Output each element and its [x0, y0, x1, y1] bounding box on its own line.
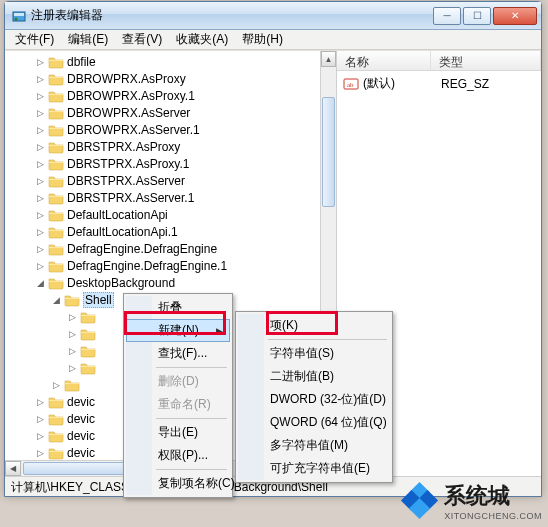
- ctx-permissions[interactable]: 权限(P)...: [126, 444, 230, 467]
- expand-toggle-icon[interactable]: ▷: [35, 56, 46, 67]
- tree-item[interactable]: ▷DBRSTPRX.AsServer: [11, 172, 320, 189]
- ctx-new[interactable]: 新建(N) ▶: [126, 319, 230, 342]
- tree-item-label: DefaultLocationApi.1: [67, 225, 178, 239]
- minimize-button[interactable]: ─: [433, 7, 461, 25]
- tree-item[interactable]: ▷DBROWPRX.AsProxy: [11, 70, 320, 87]
- folder-icon: [48, 225, 64, 239]
- folder-icon: [48, 157, 64, 171]
- ctx-new-dword[interactable]: DWORD (32-位)值(D): [238, 388, 390, 411]
- tree-item-label: DBRSTPRX.AsProxy: [67, 140, 180, 154]
- tree-item-label: DBROWPRX.AsProxy.1: [67, 89, 195, 103]
- folder-icon: [64, 293, 80, 307]
- expand-toggle-icon[interactable]: ◢: [35, 277, 46, 288]
- menu-favorites[interactable]: 收藏夹(A): [170, 29, 234, 50]
- list-row[interactable]: ab (默认) REG_SZ: [343, 75, 535, 92]
- tree-item-label: devic: [67, 446, 95, 460]
- col-header-type[interactable]: 类型: [431, 51, 541, 70]
- expand-toggle-icon[interactable]: ▷: [35, 447, 46, 458]
- col-header-name[interactable]: 名称: [337, 51, 431, 70]
- expand-toggle-icon[interactable]: ▷: [35, 73, 46, 84]
- tree-item[interactable]: ▷DefaultLocationApi: [11, 206, 320, 223]
- ctx-export[interactable]: 导出(E): [126, 421, 230, 444]
- tree-item[interactable]: ▷DefragEngine.DefragEngine.1: [11, 257, 320, 274]
- tree-item[interactable]: ▷DBRSTPRX.AsProxy: [11, 138, 320, 155]
- expand-toggle-icon[interactable]: ▷: [35, 243, 46, 254]
- expand-toggle-icon[interactable]: ▷: [35, 90, 46, 101]
- expand-toggle-icon[interactable]: ◢: [51, 294, 62, 305]
- ctx-new-multisz[interactable]: 多字符串值(M): [238, 434, 390, 457]
- expand-toggle-icon[interactable]: ▷: [35, 175, 46, 186]
- tree-item-label: Shell: [83, 292, 114, 308]
- expand-toggle-icon[interactable]: ▷: [67, 311, 78, 322]
- ctx-collapse[interactable]: 折叠: [126, 296, 230, 319]
- folder-icon: [64, 378, 80, 392]
- ctx-find[interactable]: 查找(F)...: [126, 342, 230, 365]
- tree-item[interactable]: ▷DBRSTPRX.AsProxy.1: [11, 155, 320, 172]
- value-name: (默认): [363, 75, 441, 92]
- context-submenu-new: 项(K) 字符串值(S) 二进制值(B) DWORD (32-位)值(D) QW…: [235, 311, 393, 483]
- scroll-v-thumb[interactable]: [322, 97, 335, 207]
- tree-item-label: DesktopBackground: [67, 276, 175, 290]
- expand-toggle-icon[interactable]: ▷: [35, 226, 46, 237]
- expand-toggle-icon[interactable]: ▷: [35, 396, 46, 407]
- ctx-new-key[interactable]: 项(K): [238, 314, 390, 337]
- ctx-new-label: 新建(N): [158, 323, 199, 337]
- svg-rect-1: [14, 13, 24, 16]
- expand-toggle-icon[interactable]: ▷: [35, 124, 46, 135]
- folder-icon: [48, 55, 64, 69]
- ctx-new-binary[interactable]: 二进制值(B): [238, 365, 390, 388]
- ctx-new-string[interactable]: 字符串值(S): [238, 342, 390, 365]
- ctx-delete[interactable]: 删除(D): [126, 370, 230, 393]
- expand-toggle-icon[interactable]: ▷: [67, 328, 78, 339]
- menu-file[interactable]: 文件(F): [9, 29, 60, 50]
- folder-icon: [48, 276, 64, 290]
- scroll-left-button[interactable]: ◀: [5, 461, 21, 476]
- string-value-icon: ab: [343, 77, 359, 91]
- expand-toggle-icon[interactable]: ▷: [67, 345, 78, 356]
- ctx-separator: [268, 339, 387, 340]
- expand-toggle-icon[interactable]: ▷: [35, 141, 46, 152]
- tree-item[interactable]: ▷DBROWPRX.AsServer.1: [11, 121, 320, 138]
- ctx-new-expandsz[interactable]: 可扩充字符串值(E): [238, 457, 390, 480]
- tree-item[interactable]: ▷DBROWPRX.AsServer: [11, 104, 320, 121]
- tree-item[interactable]: ▷DBROWPRX.AsProxy.1: [11, 87, 320, 104]
- expand-toggle-icon[interactable]: ▷: [35, 158, 46, 169]
- expand-toggle-icon[interactable]: ▷: [35, 413, 46, 424]
- tree-item-label: devic: [67, 412, 95, 426]
- window-title: 注册表编辑器: [31, 7, 433, 24]
- expand-toggle-icon[interactable]: ▷: [35, 107, 46, 118]
- list-body[interactable]: ab (默认) REG_SZ: [337, 71, 541, 96]
- titlebar[interactable]: 注册表编辑器 ─ ☐ ✕: [5, 2, 541, 30]
- tree-item[interactable]: ▷DefaultLocationApi.1: [11, 223, 320, 240]
- folder-icon: [48, 446, 64, 460]
- value-type: REG_SZ: [441, 77, 489, 91]
- expand-toggle-icon[interactable]: ▷: [35, 430, 46, 441]
- menu-view[interactable]: 查看(V): [116, 29, 168, 50]
- expand-toggle-icon[interactable]: ▷: [35, 209, 46, 220]
- expand-toggle-icon[interactable]: ▷: [35, 192, 46, 203]
- folder-icon: [80, 327, 96, 341]
- maximize-button[interactable]: ☐: [463, 7, 491, 25]
- ctx-rename[interactable]: 重命名(R): [126, 393, 230, 416]
- menu-edit[interactable]: 编辑(E): [62, 29, 114, 50]
- scroll-up-button[interactable]: ▲: [321, 51, 336, 67]
- close-button[interactable]: ✕: [493, 7, 537, 25]
- tree-item-label: DefaultLocationApi: [67, 208, 168, 222]
- ctx-separator: [156, 418, 227, 419]
- tree-item-label: DefragEngine.DefragEngine.1: [67, 259, 227, 273]
- tree-item[interactable]: ▷DefragEngine.DefragEngine: [11, 240, 320, 257]
- menu-help[interactable]: 帮助(H): [236, 29, 289, 50]
- svg-point-2: [15, 17, 18, 20]
- tree-item[interactable]: ▷dbfile: [11, 53, 320, 70]
- expand-toggle-icon[interactable]: ▷: [35, 260, 46, 271]
- ctx-copy-key-name[interactable]: 复制项名称(C): [126, 472, 230, 495]
- tree-item-label: DBROWPRX.AsProxy: [67, 72, 186, 86]
- folder-icon: [48, 208, 64, 222]
- tree-item[interactable]: ▷DBRSTPRX.AsServer.1: [11, 189, 320, 206]
- folder-icon: [48, 72, 64, 86]
- expand-toggle-icon[interactable]: ▷: [67, 362, 78, 373]
- tree-item[interactable]: ◢DesktopBackground: [11, 274, 320, 291]
- ctx-new-qword[interactable]: QWORD (64 位)值(Q): [238, 411, 390, 434]
- expand-toggle-icon[interactable]: ▷: [51, 379, 62, 390]
- watermark-text-en: XITONGCHENG.COM: [444, 511, 542, 521]
